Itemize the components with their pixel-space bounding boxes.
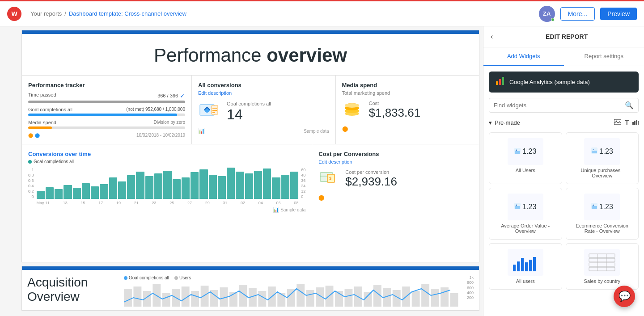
chart-bar xyxy=(218,176,226,199)
spend-title: Media spend xyxy=(342,82,473,88)
svg-rect-72 xyxy=(517,261,520,271)
widget-search-bar[interactable]: 🔍 xyxy=(489,98,639,113)
data-source-badge: Google Analytics (sample data) xyxy=(489,72,639,93)
acq-legend: Goal completions all Users xyxy=(124,275,460,280)
breadcrumb-current[interactable]: Dashboard template: Cross-channel overvi… xyxy=(69,10,186,17)
nav-left: W Your reports / Dashboard template: Cro… xyxy=(7,7,186,21)
conv-chart-title[interactable]: Conversions over time xyxy=(28,151,305,157)
gallery-item-avg-order[interactable]: ▲ 1.23 Average Order Value - Overview xyxy=(489,188,562,240)
conv-metric-value: 14 xyxy=(227,106,271,123)
chart-bar xyxy=(100,184,108,199)
top-navigation: W Your reports / Dashboard template: Cro… xyxy=(0,1,644,26)
premade-section-header[interactable]: ▾ Pre-made T xyxy=(483,116,644,129)
report-wrapper: 1/7 Performance overview Performance tra… xyxy=(0,30,483,311)
svg-rect-45 xyxy=(412,291,420,307)
chart-bar xyxy=(145,176,153,199)
svg-rect-19 xyxy=(162,293,170,307)
breadcrumb: Your reports / Dashboard template: Cross… xyxy=(30,10,186,17)
chart-legend-label: Goal completions all xyxy=(34,159,74,164)
gallery-item-all-users-bar[interactable]: All users xyxy=(489,243,562,290)
preview-button[interactable]: Preview xyxy=(600,8,637,20)
search-icon: 🔍 xyxy=(625,101,634,110)
svg-rect-80 xyxy=(589,267,615,271)
online-dot xyxy=(551,18,555,21)
search-input[interactable] xyxy=(494,102,622,109)
svg-rect-58 xyxy=(638,121,639,125)
svg-text:$: $ xyxy=(329,176,331,181)
svg-rect-71 xyxy=(513,265,516,271)
svg-text:▲: ▲ xyxy=(515,148,517,151)
svg-rect-50 xyxy=(496,81,498,85)
widget-num-2: 1.23 xyxy=(599,147,613,156)
chart-bar xyxy=(263,169,271,199)
time-progress xyxy=(28,101,185,103)
gallery-item-ecomm-rate[interactable]: ▲ 1.23 Ecommerce Conversion Rate - Overv… xyxy=(566,188,639,240)
cost-metric-label: Cost per conversion xyxy=(345,169,397,175)
chart-bar xyxy=(73,188,81,199)
svg-rect-47 xyxy=(431,289,439,307)
more-button[interactable]: More... xyxy=(560,7,595,21)
svg-rect-2 xyxy=(212,105,218,114)
time-value: 366 / 366 xyxy=(157,93,178,98)
premade-label: Pre-made xyxy=(495,119,520,126)
check-icon: ✓ xyxy=(180,92,185,99)
media-label: Media spend xyxy=(28,120,56,125)
gallery-item-label-5: All users xyxy=(516,278,535,284)
legend-dot xyxy=(28,160,32,164)
dashboard-title: Performance overview xyxy=(22,34,479,75)
main-layout: 1/7 Performance overview Performance tra… xyxy=(0,26,644,316)
conv-chart-footer: 📊 Sample data xyxy=(28,207,305,213)
tab-report-settings[interactable]: Report settings xyxy=(564,47,644,66)
svg-rect-69 xyxy=(592,206,597,209)
svg-rect-79 xyxy=(589,263,615,266)
conv-metric-label: Goal completions all xyxy=(227,101,271,106)
chart-bar xyxy=(136,172,144,199)
gallery-item-sales-country[interactable]: Sales by country xyxy=(566,243,639,290)
tracker-date: 10/02/2018 - 10/02/2019 xyxy=(136,133,185,138)
spend-cost-label: Cost xyxy=(369,101,421,106)
chart-bar xyxy=(254,171,262,199)
conversions-chart-widget: Conversions over time Goal completions a… xyxy=(22,144,312,219)
sidebar-back-button[interactable]: ‹ xyxy=(491,33,493,41)
chart-row: Conversions over time Goal completions a… xyxy=(22,144,479,219)
chat-button[interactable]: 💬 xyxy=(614,286,635,307)
conv-content: Goal completions all 14 xyxy=(198,99,329,124)
gallery-item-all-users[interactable]: ▲ 1.23 All Users xyxy=(489,132,562,184)
widget-preview-2: ▲ 1.23 xyxy=(584,138,620,165)
widget-img-icon-3: ▲ xyxy=(514,203,521,211)
widget-preview-3: ▲ 1.23 xyxy=(508,194,543,220)
dashboard-page-2: Acquisition Overview Goal completions al… xyxy=(21,266,479,311)
grid-preview-svg xyxy=(589,253,615,271)
acq-legend-goal-dot xyxy=(124,276,127,280)
acquisition-title-area: Acquisition Overview xyxy=(27,275,117,308)
cost-content: $ Cost per conversion $2,939.16 xyxy=(318,168,473,190)
chart-bar xyxy=(191,172,199,199)
spend-subtitle: Total marketing spend xyxy=(342,90,473,96)
media-progress xyxy=(28,126,185,129)
svg-rect-48 xyxy=(441,287,449,307)
chart-bar xyxy=(163,171,171,199)
acq-legend-users: Users xyxy=(179,275,191,280)
chat-icon: 💬 xyxy=(619,291,631,302)
conv-subtitle[interactable]: Edit description xyxy=(198,90,329,96)
cost-subtitle[interactable]: Edit description xyxy=(318,159,473,164)
chart-container: 10.80.60.40.20 May 111315171921232527293… xyxy=(28,168,305,205)
chart-bar xyxy=(290,172,298,199)
y-axis-left: 10.80.60.40.20 xyxy=(28,168,35,199)
media-fill xyxy=(28,126,52,129)
goal-fill xyxy=(28,114,177,116)
page-2-container: 2/7 Acquisition Overview xyxy=(0,266,483,311)
gallery-item-unique-purchases[interactable]: ▲ 1.23 Unique purchases - Overview xyxy=(566,132,639,184)
avatar: ZA xyxy=(539,6,555,22)
widget-gallery: ▲ 1.23 All Users ▲ 1.23 U xyxy=(483,129,644,293)
chart-bar xyxy=(209,175,217,199)
chart-bar xyxy=(227,168,235,199)
svg-rect-22 xyxy=(191,291,199,307)
breadcrumb-separator: / xyxy=(64,10,66,17)
top-bar-accent xyxy=(0,0,644,1)
gallery-item-label-4: Ecommerce Conversion Rate - Overview xyxy=(572,223,633,234)
conv-title: All conversions xyxy=(198,82,329,88)
breadcrumb-parent[interactable]: Your reports xyxy=(30,10,62,17)
tab-add-widgets[interactable]: Add Widgets xyxy=(483,47,564,66)
chevron-down-icon: ▾ xyxy=(489,119,492,126)
